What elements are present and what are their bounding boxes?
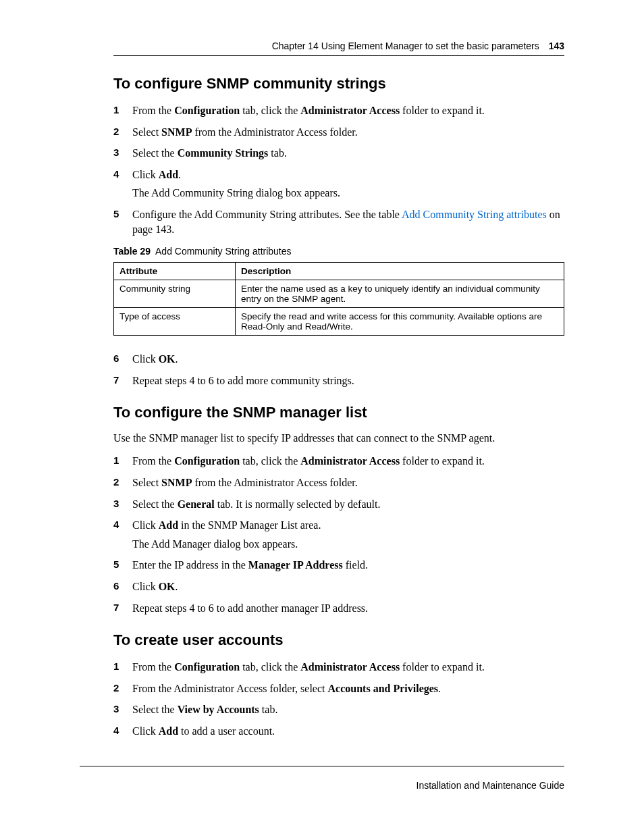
text: folder to expand it. — [400, 455, 485, 467]
text: Click — [132, 725, 159, 737]
bold-text: Add — [159, 725, 178, 737]
step-item: 6 Click OK. — [113, 579, 564, 594]
step-number: 1 — [113, 103, 119, 117]
bold-text: Configuration — [174, 661, 240, 673]
step-subtext: The Add Manager dialog box appears. — [132, 537, 564, 552]
step-item: 1 From the Configuration tab, click the … — [113, 660, 564, 675]
page-number: 143 — [549, 41, 564, 51]
bold-text: Add — [159, 169, 178, 180]
step-text: Select the View by Accounts tab. — [132, 704, 277, 715]
text: Click — [132, 169, 159, 180]
step-number: 2 — [113, 681, 119, 695]
step-item: 3 Select the General tab. It is normally… — [113, 497, 564, 512]
text: From the Administrator Access folder, se… — [132, 683, 328, 694]
bold-text: OK — [159, 353, 176, 365]
step-text: Enter the IP address in the Manager IP A… — [132, 559, 368, 571]
text: Select the — [132, 704, 178, 715]
step-item: 4 Click Add in the SNMP Manager List are… — [113, 518, 564, 551]
step-number: 7 — [113, 373, 119, 387]
step-number: 3 — [113, 146, 119, 159]
step-number: 6 — [113, 352, 119, 365]
step-number: 5 — [113, 558, 119, 571]
running-header: Chapter 14 Using Element Manager to set … — [113, 41, 564, 51]
step-text: Select the General tab. It is normally s… — [132, 498, 380, 510]
text: tab, click the — [240, 455, 300, 467]
bold-text: Configuration — [174, 455, 240, 467]
text: Click — [132, 519, 159, 531]
step-text: Click Add in the SNMP Manager List area. — [132, 519, 321, 531]
table-header-row: Attribute Description — [114, 263, 564, 280]
bold-text: Administrator Access — [300, 105, 400, 116]
step-item: 4 Click Add to add a user account. — [113, 724, 564, 739]
text: in the SNMP Manager List area. — [178, 519, 321, 531]
step-text: Click OK. — [132, 581, 178, 592]
step-text: Click Add. — [132, 169, 181, 180]
step-text: Click Add to add a user account. — [132, 725, 275, 737]
cell-description: Specify the read and write access for th… — [236, 308, 564, 336]
step-text: From the Configuration tab, click the Ad… — [132, 661, 485, 673]
bold-text: View by Accounts — [178, 704, 259, 715]
text: tab, click the — [240, 661, 300, 673]
intro-text: Use the SNMP manager list to specify IP … — [113, 432, 564, 444]
text: . — [438, 683, 441, 694]
step-number: 1 — [113, 454, 119, 467]
text: From the — [132, 105, 174, 116]
text: Select the — [132, 147, 178, 159]
footer-text: Installation and Maintenance Guide — [417, 780, 564, 791]
text: tab. — [259, 704, 278, 715]
page: Chapter 14 Using Element Manager to set … — [0, 0, 644, 834]
text: . — [178, 169, 181, 180]
step-number: 7 — [113, 601, 119, 615]
table-add-community-string-attributes: Attribute Description Community string E… — [113, 262, 564, 336]
step-item: 5 Configure the Add Community String att… — [113, 207, 564, 236]
text: . — [176, 353, 178, 365]
col-attribute: Attribute — [114, 263, 236, 280]
step-number: 4 — [113, 167, 119, 181]
step-number: 1 — [113, 660, 119, 673]
step-text: Select the Community Strings tab. — [132, 147, 287, 159]
step-number: 2 — [113, 475, 119, 489]
text: Click — [132, 581, 159, 592]
step-text: Click OK. — [132, 353, 178, 365]
text: tab. — [268, 147, 287, 159]
step-number: 4 — [113, 518, 119, 531]
cell-description: Enter the name used as a key to uniquely… — [236, 280, 564, 308]
link-add-community-string-attributes[interactable]: Add Community String attributes — [402, 209, 547, 220]
cell-attribute: Type of access — [114, 308, 236, 336]
bold-text: General — [178, 498, 215, 510]
table-row: Community string Enter the name used as … — [114, 280, 564, 308]
text: folder to expand it. — [400, 661, 485, 673]
text: From the — [132, 455, 174, 467]
text: from the Administrator Access folder. — [192, 126, 357, 138]
bold-text: Configuration — [174, 105, 240, 116]
step-item: 4 Click Add. The Add Community String di… — [113, 167, 564, 201]
text: tab, click the — [240, 105, 300, 116]
text: Configure the Add Community String attri… — [132, 209, 402, 220]
text: From the — [132, 661, 174, 673]
bold-text: Add — [159, 519, 178, 531]
step-number: 2 — [113, 125, 119, 138]
step-item: 2 Select SNMP from the Administrator Acc… — [113, 125, 564, 140]
step-item: 5 Enter the IP address in the Manager IP… — [113, 558, 564, 573]
steps-section1: 1 From the Configuration tab, click the … — [113, 103, 564, 236]
bold-text: Community Strings — [178, 147, 269, 159]
step-item: 2 Select SNMP from the Administrator Acc… — [113, 475, 564, 490]
text: Select — [132, 477, 161, 488]
step-number: 3 — [113, 702, 119, 716]
step-number: 4 — [113, 724, 119, 737]
text: folder to expand it. — [400, 105, 485, 116]
text: Enter the IP address in the — [132, 559, 248, 571]
bold-text: SNMP — [161, 126, 192, 138]
table-row: Type of access Specify the read and writ… — [114, 308, 564, 336]
heading-configure-snmp-community-strings: To configure SNMP community strings — [113, 75, 564, 93]
text: Select the — [132, 498, 178, 510]
step-text: Configure the Add Community String attri… — [132, 209, 560, 235]
table-label: Table 29 — [113, 246, 151, 257]
chapter-title: Chapter 14 Using Element Manager to set … — [272, 41, 539, 51]
heading-create-user-accounts: To create user accounts — [113, 631, 564, 649]
step-number: 6 — [113, 579, 119, 593]
step-text: Repeat steps 4 to 6 to add another manag… — [132, 602, 368, 614]
step-text: Select SNMP from the Administrator Acces… — [132, 126, 358, 138]
bold-text: Manager IP Address — [248, 559, 343, 571]
text: tab. It is normally selected by default. — [215, 498, 381, 510]
